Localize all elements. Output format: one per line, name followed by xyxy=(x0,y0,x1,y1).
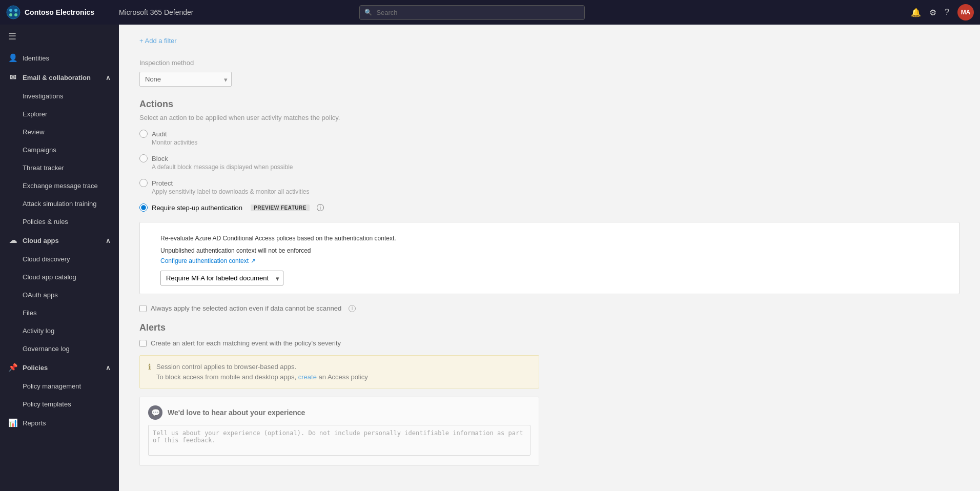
email-icon: ✉ xyxy=(8,73,17,82)
svg-point-0 xyxy=(7,6,20,19)
always-apply-info-icon[interactable]: i xyxy=(349,305,356,312)
sidebar-item-activity-log[interactable]: Activity log xyxy=(0,322,119,340)
cloud-apps-chevron-icon: ∧ xyxy=(106,237,111,244)
radio-stepup-label: Require step-up authentication xyxy=(152,204,242,212)
sidebar-section-label-cloud-apps: Cloud apps xyxy=(23,237,59,244)
svg-point-3 xyxy=(9,13,12,16)
policies-chevron-icon: ∧ xyxy=(106,364,111,372)
add-filter-button[interactable]: + Add a filter xyxy=(139,35,177,47)
sidebar-label-attack-simulation: Attack simulation training xyxy=(23,200,97,208)
filter-bar: + Add a filter xyxy=(139,35,959,47)
identities-icon: 👤 xyxy=(8,53,17,63)
inspection-method-section: Inspection method None Data Classificati… xyxy=(139,59,959,87)
info-text-1: Session control applies to browser-based… xyxy=(156,363,296,371)
search-icon: 🔍 xyxy=(364,9,372,16)
sidebar-label-oauth-apps: OAuth apps xyxy=(23,291,58,299)
sidebar-item-explorer[interactable]: Explorer xyxy=(0,105,119,123)
radio-block-input[interactable] xyxy=(139,154,148,162)
radio-block-label: Block xyxy=(152,155,168,162)
brand-label: Contoso Electronics xyxy=(25,8,94,16)
radio-stepup-input[interactable] xyxy=(139,203,148,212)
sidebar-section-email-collaboration[interactable]: ✉ Email & collaboration ∧ xyxy=(0,68,119,87)
sidebar-item-oauth-apps[interactable]: OAuth apps xyxy=(0,286,119,304)
radio-protect: Protect Apply sensitivity label to downl… xyxy=(139,179,959,195)
sidebar: ☰ 👤 Identities ✉ Email & collaboration ∧… xyxy=(0,25,119,491)
sidebar-item-reports[interactable]: 📊 Reports xyxy=(0,413,119,433)
feedback-box: 💬 We'd love to hear about your experienc… xyxy=(139,397,539,466)
search-input[interactable] xyxy=(359,5,585,20)
sidebar-item-policy-templates[interactable]: Policy templates xyxy=(0,395,119,413)
radio-protect-desc: Apply sensitivity label to downloads & m… xyxy=(139,188,959,195)
svg-point-4 xyxy=(14,13,17,16)
sidebar-item-cloud-app-catalog[interactable]: Cloud app catalog xyxy=(0,268,119,286)
actions-radio-group: Audit Monitor activities Block A default… xyxy=(139,130,959,212)
sidebar-section-cloud-apps[interactable]: ☁ Cloud apps ∧ xyxy=(0,231,119,250)
search-bar: 🔍 xyxy=(359,5,585,20)
svg-point-2 xyxy=(14,9,17,12)
sidebar-item-campaigns[interactable]: Campaigns xyxy=(0,141,119,159)
sidebar-label-activity-log: Activity log xyxy=(23,327,54,335)
sidebar-section-label-email: Email & collaboration xyxy=(23,74,91,81)
policies-icon: 📌 xyxy=(8,363,17,372)
sidebar-item-policy-management[interactable]: Policy management xyxy=(0,377,119,395)
sidebar-label-policy-management: Policy management xyxy=(23,382,81,390)
sidebar-label-campaigns: Campaigns xyxy=(23,146,56,154)
avatar[interactable]: MA xyxy=(957,4,974,21)
radio-audit-input[interactable] xyxy=(139,130,148,138)
main-inner: + Add a filter Inspection method None Da… xyxy=(119,25,980,491)
layout: ☰ 👤 Identities ✉ Email & collaboration ∧… xyxy=(0,25,980,491)
topbar-actions: 🔔 ⚙ ? MA xyxy=(911,4,974,21)
sidebar-item-identities[interactable]: 👤 Identities xyxy=(0,48,119,68)
configure-auth-context-link[interactable]: Configure authentication context ↗ xyxy=(148,257,256,264)
mfa-select[interactable]: Require MFA for labeled documents Option… xyxy=(160,271,283,285)
sidebar-item-label-identities: Identities xyxy=(23,54,49,62)
sidebar-item-attack-simulation[interactable]: Attack simulation training xyxy=(0,195,119,213)
help-icon[interactable]: ? xyxy=(945,8,949,17)
sidebar-item-cloud-discovery[interactable]: Cloud discovery xyxy=(0,250,119,268)
always-apply-checkbox[interactable] xyxy=(139,305,147,312)
topbar: Contoso Electronics Microsoft 365 Defend… xyxy=(0,0,980,25)
info-text-3: an Access policy xyxy=(319,373,368,381)
info-banner-text: Session control applies to browser-based… xyxy=(156,362,368,382)
cloud-apps-icon: ☁ xyxy=(8,236,17,245)
sidebar-label-policy-templates: Policy templates xyxy=(23,400,71,408)
sidebar-item-investigations[interactable]: Investigations xyxy=(0,87,119,105)
stepup-info-icon[interactable]: i xyxy=(317,204,324,211)
sidebar-label-reports: Reports xyxy=(23,419,46,427)
actions-title: Actions xyxy=(139,99,959,110)
feedback-header: 💬 We'd love to hear about your experienc… xyxy=(148,405,530,420)
sidebar-item-exchange-message-trace[interactable]: Exchange message trace xyxy=(0,177,119,195)
sidebar-label-investigations: Investigations xyxy=(23,92,64,100)
notifications-icon[interactable]: 🔔 xyxy=(911,8,921,17)
always-apply-row: Always apply the selected action even if… xyxy=(139,304,959,312)
app-title: Microsoft 365 Defender xyxy=(119,8,194,16)
svg-point-1 xyxy=(9,9,12,12)
radio-audit: Audit Monitor activities xyxy=(139,130,959,146)
radio-protect-input[interactable] xyxy=(139,179,148,187)
sidebar-item-threat-tracker[interactable]: Threat tracker xyxy=(0,159,119,177)
info-banner-link[interactable]: create xyxy=(298,373,317,381)
stepup-desc-line1: Re-evaluate Azure AD Conditional Access … xyxy=(148,234,951,243)
brand-logo-icon xyxy=(6,5,21,19)
inspection-method-select[interactable]: None Data Classification Service Built-i… xyxy=(139,72,232,87)
feedback-textarea[interactable] xyxy=(148,425,530,456)
radio-protect-label: Protect xyxy=(152,179,173,187)
sidebar-label-cloud-discovery: Cloud discovery xyxy=(23,255,70,263)
radio-audit-desc: Monitor activities xyxy=(139,139,959,146)
sidebar-section-policies[interactable]: 📌 Policies ∧ xyxy=(0,358,119,377)
radio-block: Block A default block message is display… xyxy=(139,154,959,171)
sidebar-label-exchange-message-trace: Exchange message trace xyxy=(23,182,98,190)
email-chevron-icon: ∧ xyxy=(106,74,111,81)
sidebar-label-policies-rules: Policies & rules xyxy=(23,218,68,226)
brand: Contoso Electronics xyxy=(6,5,109,19)
sidebar-item-policies-rules[interactable]: Policies & rules xyxy=(0,213,119,231)
sidebar-item-files[interactable]: Files xyxy=(0,304,119,322)
alerts-title: Alerts xyxy=(139,322,959,333)
settings-icon[interactable]: ⚙ xyxy=(929,8,936,17)
sidebar-item-review[interactable]: Review xyxy=(0,123,119,141)
sidebar-toggle[interactable]: ☰ xyxy=(0,25,119,48)
external-link-icon: ↗ xyxy=(251,257,256,264)
reports-icon: 📊 xyxy=(8,418,17,427)
sidebar-item-governance-log[interactable]: Governance log xyxy=(0,340,119,358)
alert-checkbox[interactable] xyxy=(139,340,147,347)
